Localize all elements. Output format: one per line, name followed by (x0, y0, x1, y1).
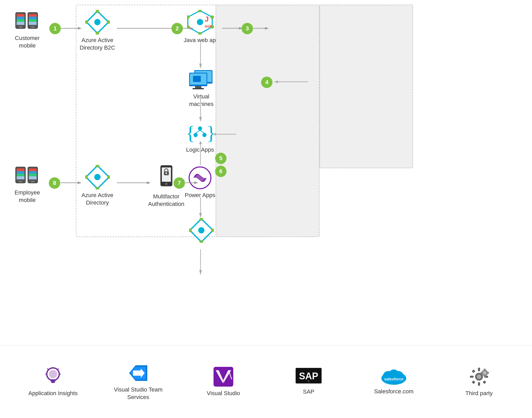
svg-marker-129 (194, 181, 198, 184)
svg-text:J: J (205, 15, 209, 23)
svg-line-57 (200, 131, 204, 133)
mfa-icon (157, 165, 176, 191)
customer-mobile-icon (14, 10, 40, 32)
svg-point-27 (198, 32, 202, 35)
svg-marker-21 (190, 27, 194, 30)
data-region (216, 5, 320, 237)
svg-text:®: ® (308, 380, 310, 383)
svg-rect-10 (29, 17, 37, 19)
logic-apps-icon: { } (186, 121, 214, 144)
svg-rect-134 (51, 381, 55, 383)
svg-point-125 (165, 183, 168, 185)
svg-rect-48 (192, 88, 204, 89)
employee-mobile-icon (14, 165, 40, 187)
employee-mobile-item: Employee mobile (8, 165, 47, 204)
arrow-api-sap (198, 249, 203, 275)
svg-point-53 (198, 126, 202, 131)
aad-item: Azure ActiveDirectory (78, 165, 117, 206)
vm-icon (188, 68, 215, 91)
app-insights-icon (43, 366, 63, 387)
svg-rect-47 (195, 86, 201, 88)
svg-rect-5 (17, 19, 24, 22)
step-2: 2 (171, 23, 183, 34)
svg-point-157 (477, 374, 481, 379)
svg-point-96 (198, 227, 204, 233)
step-7: 7 (174, 177, 185, 189)
svg-text:}: } (207, 122, 214, 144)
svg-rect-170 (481, 372, 483, 374)
svg-point-140 (49, 370, 57, 378)
svg-rect-109 (31, 181, 35, 182)
aad-b2c-icon (85, 10, 110, 35)
power-apps-icon (187, 166, 213, 190)
svg-point-24 (198, 10, 202, 12)
third-party-bottom: Third party (453, 366, 505, 397)
svg-rect-165 (483, 380, 486, 384)
svg-rect-3 (17, 14, 24, 17)
svg-marker-131 (199, 270, 202, 275)
svg-marker-63 (274, 80, 278, 83)
svg-rect-171 (486, 372, 489, 374)
svg-marker-91 (199, 141, 202, 144)
svg-rect-105 (17, 171, 24, 174)
svg-rect-169 (484, 374, 486, 377)
svg-point-23 (197, 19, 203, 25)
api-gateway-icon (189, 218, 214, 243)
arrow-aad-java (117, 26, 195, 31)
svg-text:salesforce: salesforce (384, 377, 403, 381)
third-party-icon (469, 366, 489, 387)
svg-rect-4 (17, 17, 24, 19)
arrow-8-aad (61, 180, 82, 185)
svg-line-136 (58, 368, 59, 369)
arrow-java-down1 (198, 43, 203, 69)
svg-rect-49 (193, 76, 201, 82)
svg-rect-8 (31, 26, 35, 28)
svg-marker-35 (265, 27, 269, 30)
svg-point-116 (94, 174, 101, 180)
svg-line-56 (196, 131, 200, 133)
step-8: 8 (49, 177, 60, 189)
svg-rect-106 (17, 174, 24, 176)
arrow-1-aad (61, 26, 82, 31)
svg-rect-133 (50, 379, 56, 381)
step-4: 4 (261, 77, 272, 88)
svg-rect-2 (19, 26, 22, 28)
aad-b2c-item: Azure ActiveDirectory B2C (78, 10, 117, 51)
svg-marker-94 (199, 213, 202, 218)
svg-rect-110 (29, 168, 37, 171)
svg-text:{: { (186, 122, 195, 144)
sap-bottom: SAP ® SAP (283, 368, 335, 396)
svg-marker-122 (147, 181, 151, 184)
svg-rect-164 (472, 380, 475, 384)
svg-text:ava: ava (205, 24, 212, 28)
svg-rect-104 (17, 168, 24, 171)
vs-icon (213, 366, 234, 387)
svg-point-15 (94, 19, 101, 25)
step-1: 1 (49, 23, 61, 34)
api-gateway-item (182, 218, 221, 243)
svg-rect-158 (478, 368, 480, 371)
arrow-aad-mfa (117, 180, 151, 185)
svg-rect-162 (472, 369, 475, 373)
svg-marker-51 (199, 117, 202, 122)
svg-rect-112 (29, 174, 37, 176)
svg-point-55 (202, 133, 207, 137)
main-diagram: Customer mobile 1 Azure ActiveDirectory … (0, 0, 532, 418)
svg-marker-13 (78, 27, 82, 30)
arrow-o365-sp (274, 79, 308, 84)
vsts-bottom: Visual Studio Team Services (112, 363, 164, 401)
svg-point-167 (483, 371, 487, 375)
svg-rect-111 (29, 171, 37, 174)
svg-text:SAP: SAP (299, 371, 318, 381)
svg-rect-9 (29, 14, 37, 17)
svg-rect-168 (484, 369, 486, 371)
svg-marker-114 (78, 181, 82, 184)
arrow-7-pa (185, 180, 198, 185)
vsts-icon (128, 363, 149, 383)
bottom-bar: Application Insights Visual Studio Team … (0, 345, 532, 418)
vs-bottom: Visual Studio (197, 366, 249, 397)
arrow-blob-logic (214, 132, 238, 137)
arrow-vm-down (198, 99, 203, 122)
svg-marker-42 (199, 64, 202, 69)
customer-mobile-item: Customer mobile (8, 10, 47, 49)
